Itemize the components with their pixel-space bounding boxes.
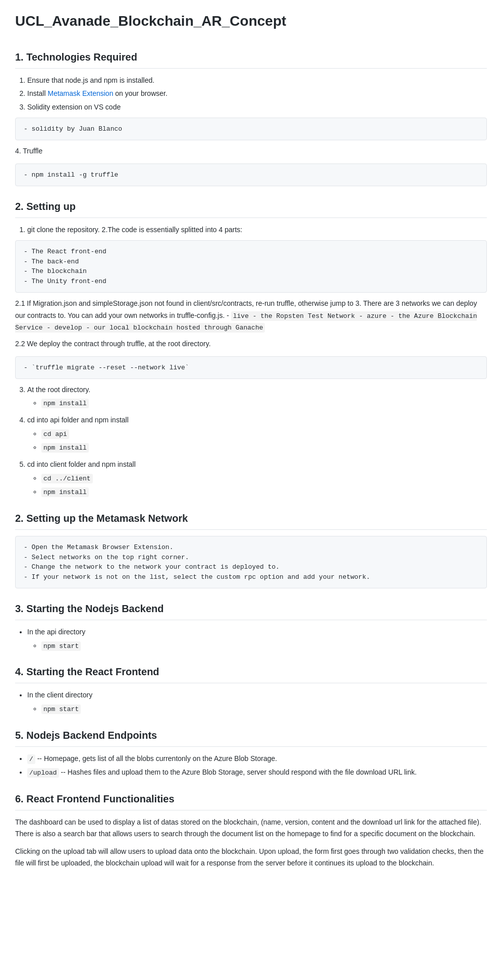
step5-sub: cd ../client npm install xyxy=(27,472,487,499)
section-heading-react: 4. Starting the React Frontend xyxy=(15,664,487,683)
step5-sub-item-2: npm install xyxy=(41,486,487,498)
metamask-link[interactable]: Metamask Extension xyxy=(47,89,113,97)
truffle-code: - npm install -g truffle xyxy=(15,164,487,187)
endpoints-list: / -- Homepage, gets list of all the blob… xyxy=(15,753,487,779)
section-heading-tech: 1. Technologies Required xyxy=(15,49,487,69)
section-setting-up: 2. Setting up git clone the repository. … xyxy=(15,198,487,498)
setup-step-4: cd into api folder and npm install cd ap… xyxy=(27,414,487,454)
truffle-migrate-code: - `truffle migrate --reset --network liv… xyxy=(15,356,487,379)
truffle-label: 4. Truffle xyxy=(15,145,487,157)
setup-step-1: git clone the repository. 2.The code is … xyxy=(27,224,487,235)
metamask-code-block: - Open the Metamask Browser Extension. -… xyxy=(15,536,487,588)
tech-list: Ensure that node.js and npm is installed… xyxy=(15,75,487,113)
section-endpoints: 5. Nodejs Backend Endpoints / -- Homepag… xyxy=(15,727,487,779)
section-nodejs-backend: 3. Starting the Nodejs Backend In the ap… xyxy=(15,601,487,651)
step4-sub: cd api npm install xyxy=(27,428,487,454)
step4-sub-item-1: cd api xyxy=(41,428,487,440)
section-metamask-network: 2. Setting up the Metamask Network - Ope… xyxy=(15,510,487,588)
deploy-para: 2.2 We deploy the contract through truff… xyxy=(15,338,487,350)
react-sub: npm start xyxy=(27,703,487,715)
setup-list: git clone the repository. 2.The code is … xyxy=(15,224,487,235)
react-sub-1: npm start xyxy=(41,703,487,715)
section-heading-setup: 2. Setting up xyxy=(15,198,487,218)
nodejs-item-1: In the api directory npm start xyxy=(27,626,487,651)
tech-item-2: Install Metamask Extension on your brows… xyxy=(27,88,487,99)
section-heading-endpoints: 5. Nodejs Backend Endpoints xyxy=(15,727,487,747)
migration-para: 2.1 If Migration.json and simpleStorage.… xyxy=(15,298,487,333)
endpoint-item-1: / -- Homepage, gets list of all the blob… xyxy=(27,753,487,765)
setup-steps-cont: At the root directory. npm install cd in… xyxy=(15,384,487,498)
step4-sub-item-2: npm install xyxy=(41,442,487,454)
nodejs-list: In the api directory npm start xyxy=(15,626,487,651)
endpoint-item-2: /upload -- Hashes files and upload them … xyxy=(27,767,487,779)
page-title: UCL_Avanade_Blockchain_AR_Concept xyxy=(15,10,487,37)
section-tech-required: 1. Technologies Required Ensure that nod… xyxy=(15,49,487,186)
step3-sub: npm install xyxy=(27,397,487,409)
parts-code: - The React front-end - The back-end - T… xyxy=(15,240,487,293)
nodejs-sub: npm start xyxy=(27,640,487,652)
react-item-1: In the client directory npm start xyxy=(27,689,487,715)
setup-step-3: At the root directory. npm install xyxy=(27,384,487,409)
setup-step-5: cd into client folder and npm install cd… xyxy=(27,459,487,498)
functionalities-para-2: Clicking on the upload tab will allow us… xyxy=(15,846,487,869)
section-heading-nodejs: 3. Starting the Nodejs Backend xyxy=(15,601,487,620)
section-heading-functionalities: 6. React Frontend Functionalities xyxy=(15,791,487,810)
step3-sub-item-1: npm install xyxy=(41,397,487,409)
tech-item-3: Solidity extension on VS code xyxy=(27,101,487,113)
nodejs-sub-1: npm start xyxy=(41,640,487,652)
functionalities-para-1: The dashboard can be used to display a l… xyxy=(15,816,487,840)
section-react-frontend: 4. Starting the React Frontend In the cl… xyxy=(15,664,487,715)
network-inline-code: live - the Ropsten Test Network - azure … xyxy=(15,311,477,333)
step5-sub-item-1: cd ../client xyxy=(41,472,487,484)
tech-item-1: Ensure that node.js and npm is installed… xyxy=(27,75,487,86)
react-list: In the client directory npm start xyxy=(15,689,487,715)
solidity-code: - solidity by Juan Blanco xyxy=(15,118,487,141)
section-react-functionalities: 6. React Frontend Functionalities The da… xyxy=(15,791,487,869)
section-heading-metamask: 2. Setting up the Metamask Network xyxy=(15,510,487,530)
